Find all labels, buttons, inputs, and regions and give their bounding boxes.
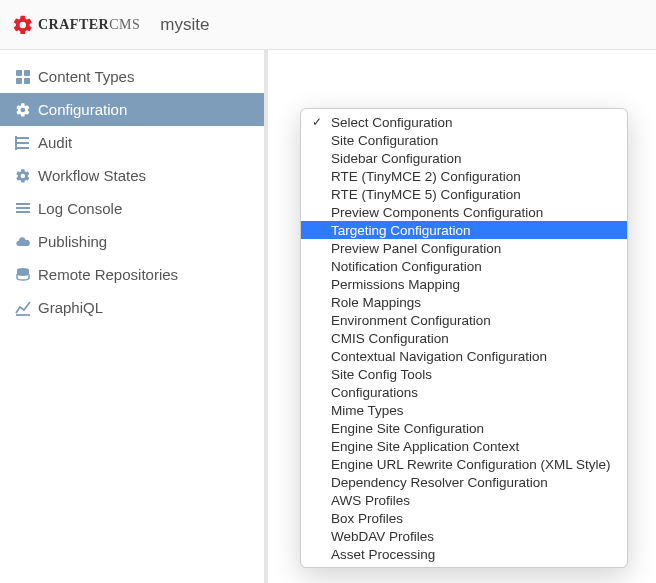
svg-rect-1 xyxy=(24,70,30,76)
sidebar-item-publishing[interactable]: Publishing xyxy=(0,225,264,258)
dropdown-option[interactable]: Preview Components Configuration xyxy=(301,203,627,221)
dropdown-option[interactable]: Asset Processing xyxy=(301,545,627,563)
dropdown-option[interactable]: Sidebar Configuration xyxy=(301,149,627,167)
sidebar-item-remote-repositories[interactable]: Remote Repositories xyxy=(0,258,264,291)
dropdown-option[interactable]: Site Config Tools xyxy=(301,365,627,383)
sidebar-item-label: Workflow States xyxy=(38,167,146,184)
svg-rect-3 xyxy=(24,78,30,84)
dropdown-option[interactable]: RTE (TinyMCE 5) Configuration xyxy=(301,185,627,203)
gear-icon xyxy=(12,168,34,184)
logo-text: CRAFTERCMS xyxy=(38,17,140,33)
dropdown-option[interactable]: Environment Configuration xyxy=(301,311,627,329)
sidebar-item-graphiql[interactable]: GraphiQL xyxy=(0,291,264,324)
sidebar-item-label: Log Console xyxy=(38,200,122,217)
dropdown-option[interactable]: Engine Site Configuration xyxy=(301,419,627,437)
sidebar-item-workflow-states[interactable]: Workflow States xyxy=(0,159,264,192)
svg-rect-2 xyxy=(16,78,22,84)
content-area: Select ConfigurationSite ConfigurationSi… xyxy=(268,50,656,583)
dropdown-option[interactable]: Contextual Navigation Configuration xyxy=(301,347,627,365)
sidebar: Content Types Configuration Audit Workfl… xyxy=(0,50,268,583)
sidebar-item-label: Audit xyxy=(38,134,72,151)
sidebar-item-configuration[interactable]: Configuration xyxy=(0,93,264,126)
dropdown-option[interactable]: Engine URL Rewrite Configuration (XML St… xyxy=(301,455,627,473)
dropdown-option[interactable]: Engine Site Application Context xyxy=(301,437,627,455)
dropdown-option[interactable]: WebDAV Profiles xyxy=(301,527,627,545)
svg-rect-0 xyxy=(16,70,22,76)
sidebar-item-label: GraphiQL xyxy=(38,299,103,316)
dropdown-option[interactable]: Targeting Configuration xyxy=(301,221,627,239)
lines-icon xyxy=(12,201,34,217)
main: Content Types Configuration Audit Workfl… xyxy=(0,50,656,583)
configuration-dropdown[interactable]: Select ConfigurationSite ConfigurationSi… xyxy=(300,108,628,568)
dropdown-option[interactable]: Preview Panel Configuration xyxy=(301,239,627,257)
gear-icon xyxy=(12,14,34,36)
dropdown-option[interactable]: Select Configuration xyxy=(301,113,627,131)
dropdown-option[interactable]: Site Configuration xyxy=(301,131,627,149)
sidebar-item-label: Remote Repositories xyxy=(38,266,178,283)
site-name[interactable]: mysite xyxy=(160,15,209,35)
gear-icon xyxy=(12,102,34,118)
sidebar-item-label: Publishing xyxy=(38,233,107,250)
dropdown-option[interactable]: Mime Types xyxy=(301,401,627,419)
grid-icon xyxy=(12,69,34,85)
chart-icon xyxy=(12,300,34,316)
header: CRAFTERCMS mysite xyxy=(0,0,656,50)
cloud-icon xyxy=(12,234,34,250)
dropdown-option[interactable]: AWS Profiles xyxy=(301,491,627,509)
sidebar-item-label: Content Types xyxy=(38,68,134,85)
dropdown-option[interactable]: Dependency Resolver Configuration xyxy=(301,473,627,491)
logo[interactable]: CRAFTERCMS xyxy=(12,14,140,36)
sidebar-item-log-console[interactable]: Log Console xyxy=(0,192,264,225)
dropdown-option[interactable]: RTE (TinyMCE 2) Configuration xyxy=(301,167,627,185)
dropdown-option[interactable]: Configurations xyxy=(301,383,627,401)
sidebar-item-content-types[interactable]: Content Types xyxy=(0,60,264,93)
dropdown-option[interactable]: Permissions Mapping xyxy=(301,275,627,293)
list-icon xyxy=(12,135,34,151)
dropdown-option[interactable]: Role Mappings xyxy=(301,293,627,311)
sidebar-item-label: Configuration xyxy=(38,101,127,118)
dropdown-option[interactable]: CMIS Configuration xyxy=(301,329,627,347)
dropdown-option[interactable]: Box Profiles xyxy=(301,509,627,527)
dropdown-option[interactable]: Notification Configuration xyxy=(301,257,627,275)
sidebar-item-audit[interactable]: Audit xyxy=(0,126,264,159)
db-icon xyxy=(12,267,34,283)
